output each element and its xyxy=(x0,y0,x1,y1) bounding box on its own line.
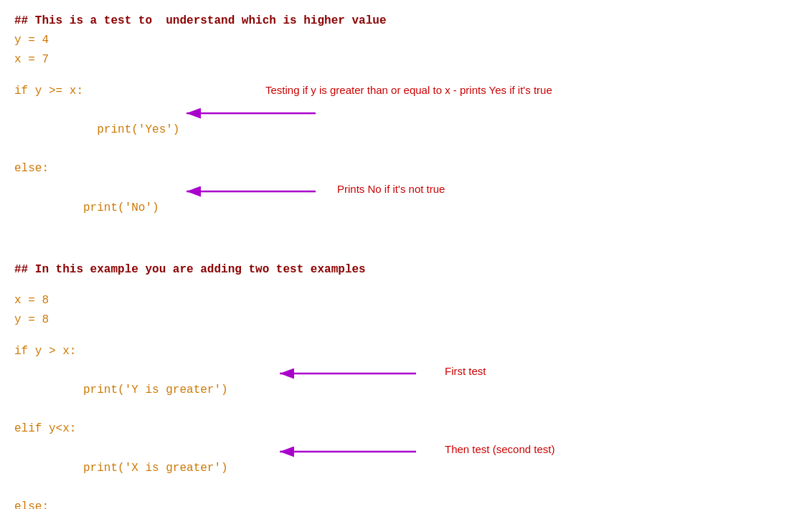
code-line-else2: else: xyxy=(14,498,798,509)
code-line-x7: x = 7 xyxy=(14,50,798,70)
code-line-elif: elif y<x: xyxy=(14,419,798,439)
arrow-yes-svg xyxy=(179,103,323,124)
annotation-if1: Testing if y is greater than or equal to… xyxy=(265,82,552,99)
code-line-y4: y = 4 xyxy=(14,31,798,50)
annotation-then-test: Then test (second test) xyxy=(445,441,554,458)
code-line-print-no: print('No') xyxy=(14,179,159,238)
arrow-x-greater-svg xyxy=(273,441,423,462)
code-line-y8: y = 8 xyxy=(14,310,798,330)
comment-line-2: ## In this example you are adding two te… xyxy=(14,260,798,280)
comment-line-1: ## This is a test to understand which is… xyxy=(14,11,798,31)
code-line-else1: else: xyxy=(14,159,798,179)
code-line-print-x-greater: print('X is greater') xyxy=(14,439,228,498)
annotation-no: Prints No if it's not true xyxy=(337,181,445,198)
code-line-print-y-greater: print('Y is greater') xyxy=(14,361,228,420)
annotation-first-test: First test xyxy=(445,363,486,380)
code-area: ## This is a test to understand which is… xyxy=(14,11,798,509)
code-line-x8: x = 8 xyxy=(14,291,798,310)
code-line-print-yes: print('Yes') xyxy=(14,101,179,160)
code-line-if2: if y > x: xyxy=(14,342,798,361)
arrow-no-svg xyxy=(179,181,323,202)
arrow-y-greater-svg xyxy=(273,363,423,384)
